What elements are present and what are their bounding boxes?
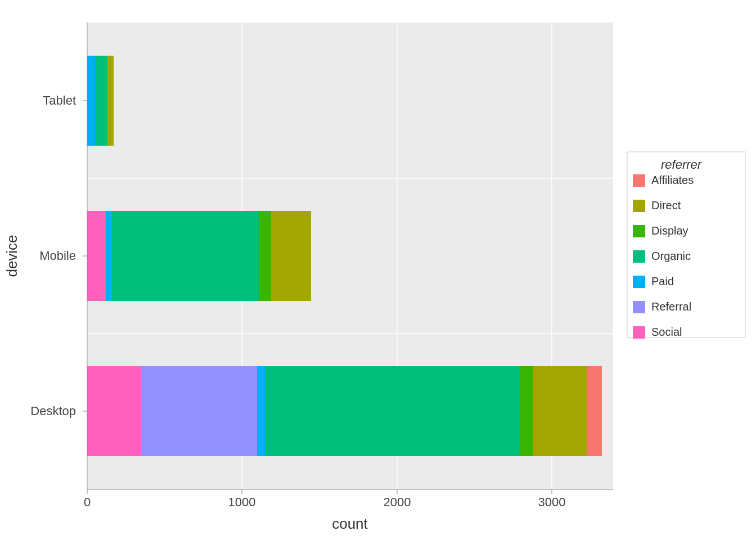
x-label-0: 0 — [84, 495, 91, 509]
x-label-1000: 1000 — [228, 495, 256, 509]
legend-affiliates-label: Affiliates — [651, 174, 694, 186]
desktop-paid-bar — [257, 366, 265, 456]
desktop-affiliates-bar — [587, 366, 602, 456]
legend-display-label: Display — [651, 224, 688, 237]
desktop-social-bar — [87, 366, 141, 456]
legend-direct-label: Direct — [651, 199, 681, 212]
desktop-display-bar — [520, 366, 533, 456]
tablet-organic-bar — [95, 56, 107, 146]
y-label-mobile: Mobile — [39, 249, 76, 263]
mobile-organic-bar — [112, 211, 259, 301]
x-label-2000: 2000 — [384, 495, 411, 509]
legend-social-swatch — [633, 326, 645, 339]
legend-direct-swatch — [633, 200, 645, 212]
legend-social-label: Social — [651, 326, 682, 338]
mobile-display-bar — [259, 211, 271, 301]
legend-affiliates-swatch — [633, 174, 645, 187]
tablet-paid-bar — [87, 56, 95, 146]
y-label-tablet: Tablet — [43, 93, 76, 107]
tablet-direct-bar — [107, 56, 114, 146]
mobile-direct-bar — [271, 211, 311, 301]
desktop-direct-bar — [533, 366, 587, 456]
mobile-social-bar — [87, 211, 106, 301]
legend-paid-label: Paid — [651, 275, 674, 287]
legend-title: referrer — [661, 158, 703, 172]
legend-organic-label: Organic — [651, 250, 691, 262]
y-axis-label: device — [3, 235, 20, 277]
legend-paid-swatch — [633, 276, 645, 288]
bar-chart: 0 1000 2000 3000 count Desktop Mobile Ta… — [0, 0, 756, 540]
legend-referral-label: Referral — [651, 300, 691, 313]
chart-container: 0 1000 2000 3000 count Desktop Mobile Ta… — [0, 0, 756, 540]
mobile-paid-bar — [106, 211, 112, 301]
y-label-desktop: Desktop — [30, 404, 76, 418]
desktop-referral-bar — [141, 366, 257, 456]
legend-referral-swatch — [633, 301, 645, 313]
desktop-organic-bar — [265, 366, 520, 456]
x-label-3000: 3000 — [538, 495, 566, 509]
x-axis-label: count — [332, 515, 368, 532]
legend-organic-swatch — [633, 250, 645, 263]
legend-display-swatch — [633, 225, 645, 237]
